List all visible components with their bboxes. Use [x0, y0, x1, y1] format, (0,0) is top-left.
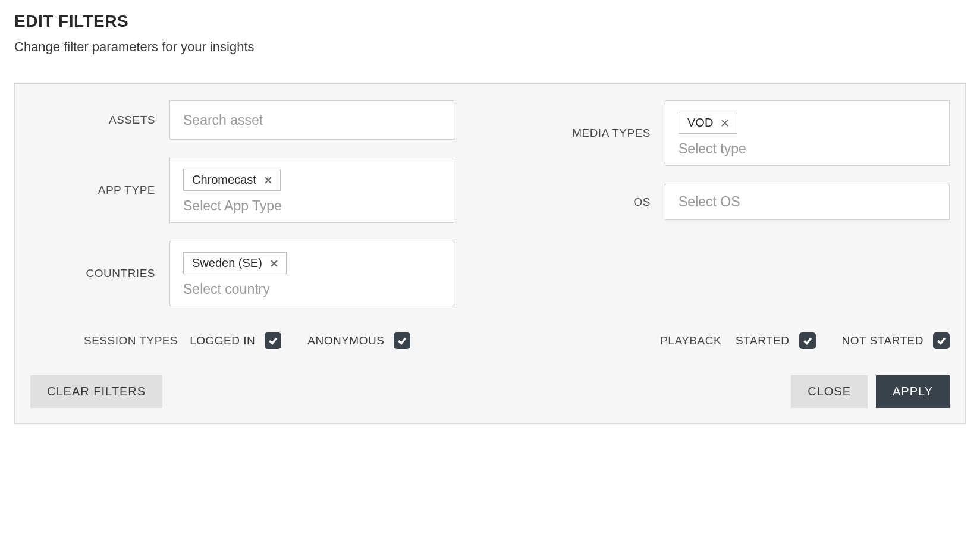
checkbox-started[interactable] [799, 332, 816, 349]
playback-label: PLAYBACK [660, 334, 721, 347]
mediatypes-label: MEDIA TYPES [526, 127, 651, 140]
session-check-loggedin: LOGGED IN [190, 332, 281, 349]
filter-row-assets: ASSETS [30, 100, 454, 140]
session-types-label: SESSION TYPES [84, 334, 178, 347]
assets-label: ASSETS [30, 114, 155, 127]
playback-check-started: STARTED [736, 332, 815, 349]
mediatypes-multiselect[interactable]: VOD Select type [665, 100, 950, 166]
os-label: OS [526, 196, 651, 209]
checkbox-anonymous[interactable] [394, 332, 410, 349]
mediatypes-tag-vod: VOD [679, 112, 737, 134]
close-button[interactable]: CLOSE [791, 375, 868, 408]
countries-placeholder[interactable]: Select country [183, 279, 270, 297]
checkbox-notstarted[interactable] [933, 332, 950, 349]
mediatypes-placeholder[interactable]: Select type [679, 139, 746, 157]
session-types-group: SESSION TYPES LOGGED IN ANONYMOUS [84, 332, 410, 349]
tag-label: VOD [687, 116, 713, 130]
tag-label: Chromecast [192, 173, 256, 187]
os-placeholder[interactable]: Select OS [679, 194, 740, 210]
playback-check-notstarted: NOT STARTED [842, 332, 950, 349]
tag-label: Sweden (SE) [192, 256, 262, 270]
filter-row-countries: COUNTRIES Sweden (SE) Select country [30, 241, 454, 306]
countries-multiselect[interactable]: Sweden (SE) Select country [169, 241, 454, 306]
countries-label: COUNTRIES [30, 267, 155, 280]
apptype-label: APP TYPE [30, 184, 155, 197]
filter-row-mediatypes: MEDIA TYPES VOD Select type [526, 100, 950, 166]
close-icon[interactable] [269, 259, 279, 268]
assets-search-input[interactable] [169, 100, 454, 140]
actions-row: CLEAR FILTERS CLOSE APPLY [30, 375, 950, 408]
clear-filters-button[interactable]: CLEAR FILTERS [30, 375, 162, 408]
filter-row-apptype: APP TYPE Chromecast Select App Type [30, 158, 454, 223]
check-label: NOT STARTED [842, 334, 924, 347]
apptype-tag-chromecast: Chromecast [183, 169, 281, 191]
apply-button[interactable]: APPLY [876, 375, 950, 408]
page-title: EDIT FILTERS [14, 12, 966, 31]
countries-tag-sweden: Sweden (SE) [183, 252, 287, 274]
filters-panel: ASSETS APP TYPE Chromecast [14, 83, 966, 424]
checkbox-loggedin[interactable] [265, 332, 281, 349]
filter-row-os: OS Select OS [526, 184, 950, 220]
page-subtitle: Change filter parameters for your insigh… [14, 39, 966, 55]
os-multiselect[interactable]: Select OS [665, 184, 950, 220]
check-label: ANONYMOUS [307, 334, 384, 347]
close-icon[interactable] [720, 118, 730, 128]
apptype-placeholder[interactable]: Select App Type [183, 196, 282, 214]
playback-group: PLAYBACK STARTED NOT STARTED [660, 332, 950, 349]
apptype-multiselect[interactable]: Chromecast Select App Type [169, 158, 454, 223]
close-icon[interactable] [263, 175, 273, 185]
check-label: STARTED [736, 334, 789, 347]
check-label: LOGGED IN [190, 334, 255, 347]
session-check-anonymous: ANONYMOUS [307, 332, 410, 349]
